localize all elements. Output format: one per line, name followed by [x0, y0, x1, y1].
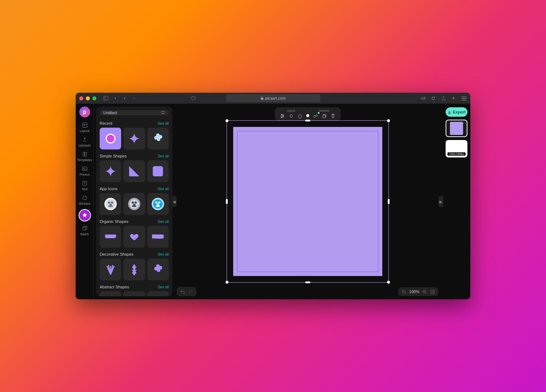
sliders-icon[interactable] [279, 113, 286, 119]
new-tab-icon[interactable]: + [451, 95, 457, 101]
artboard[interactable] [233, 127, 382, 276]
share-icon[interactable] [441, 95, 446, 101]
link-icon[interactable] [312, 113, 319, 119]
shape-tile[interactable] [147, 226, 169, 248]
zoom-in-icon[interactable] [422, 289, 427, 295]
url-bar[interactable]: picsart.com [226, 94, 320, 102]
section-title: Abstract Shapes [100, 285, 129, 289]
sync-icon[interactable] [161, 110, 165, 115]
fit-icon[interactable] [430, 289, 435, 295]
shape-tile[interactable] [147, 128, 169, 149]
shape-tile[interactable] [123, 259, 145, 280]
shape-tile[interactable] [100, 128, 121, 149]
resize-handle[interactable] [387, 119, 390, 122]
chevron-down-icon[interactable]: ▾ [112, 95, 118, 101]
shape-tile[interactable] [123, 291, 145, 296]
rail-shapes[interactable] [76, 208, 93, 223]
close-icon[interactable] [79, 96, 83, 100]
page-thumbnail[interactable]: ⋯ [446, 120, 467, 137]
undo-icon[interactable] [180, 289, 186, 295]
shape-tile[interactable] [123, 160, 145, 182]
context-toolbar: Adjust General [275, 107, 340, 121]
redo-icon[interactable] [188, 289, 194, 295]
zoom-out-icon[interactable] [401, 289, 407, 295]
shape-tile[interactable] [100, 160, 121, 182]
shape-tile[interactable] [147, 291, 169, 296]
see-all-link[interactable]: See all [158, 187, 169, 191]
sidebar-toggle-icon[interactable] [103, 95, 109, 101]
shield-icon[interactable] [190, 95, 196, 101]
shape-tile[interactable] [147, 160, 169, 182]
bottom-bar: 100% [172, 287, 443, 296]
shape-tile[interactable] [147, 193, 169, 215]
rail-uploads[interactable]: Uploads [76, 135, 93, 149]
svg-point-18 [111, 201, 113, 204]
more-icon[interactable]: ⋯ [462, 121, 466, 125]
see-all-link[interactable]: See all [158, 220, 169, 224]
svg-point-13 [106, 134, 115, 143]
svg-point-35 [281, 117, 282, 118]
batch-icon [81, 225, 88, 232]
rail-layout[interactable]: Layout [76, 120, 93, 134]
selected-shape[interactable] [238, 131, 378, 272]
rail-photos[interactable]: Photos [76, 164, 93, 178]
add-page-thumbnail[interactable]: 1080x1080px [446, 140, 467, 157]
resize-handle[interactable] [388, 199, 390, 204]
rail-batch[interactable]: Batch [76, 224, 93, 237]
shape-tile[interactable] [100, 259, 121, 280]
resize-handle[interactable] [226, 199, 228, 204]
see-all-link[interactable]: See all [158, 285, 169, 289]
document-title-input[interactable]: Untitled [100, 110, 169, 115]
tabs-icon[interactable] [461, 95, 467, 101]
see-all-link[interactable]: See all [158, 252, 169, 256]
maximize-icon[interactable] [92, 96, 96, 100]
upload-icon [81, 136, 88, 143]
resize-handle[interactable] [387, 281, 390, 284]
forward-icon[interactable]: › [131, 95, 137, 101]
shape-tile[interactable] [100, 291, 121, 296]
canvas-area[interactable]: ◂ ▸ Adjust General [172, 104, 443, 299]
rail-text[interactable]: Text [76, 179, 93, 192]
rail-templates[interactable]: Templates [76, 149, 93, 163]
resize-handle[interactable] [226, 119, 228, 122]
svg-rect-20 [108, 205, 113, 207]
section-appicons: App IconsSee all [100, 184, 169, 215]
browser-window: ▾ ‹ › picsart.com ᐊA + p [76, 93, 470, 299]
shape-tile[interactable] [100, 226, 121, 248]
svg-rect-26 [132, 205, 136, 207]
rail-stickers[interactable]: Stickers [76, 193, 93, 207]
resize-handle[interactable] [226, 281, 228, 284]
app-logo[interactable]: p [79, 107, 90, 117]
shape-tile[interactable] [123, 128, 145, 149]
section-title: Recent [100, 121, 112, 125]
url-text: picsart.com [265, 96, 286, 100]
opacity-icon[interactable] [296, 113, 303, 119]
window-controls[interactable] [79, 96, 96, 100]
svg-point-30 [158, 201, 160, 204]
shape-tile[interactable] [123, 193, 145, 215]
shape-tile[interactable] [147, 259, 169, 280]
duplicate-icon[interactable] [321, 113, 327, 119]
artboard-wrapper[interactable] [233, 127, 382, 276]
section-title: App Icons [100, 187, 117, 191]
section-organic: Organic ShapesSee all [100, 217, 169, 248]
shape-tile[interactable] [123, 226, 145, 248]
see-all-link[interactable]: See all [158, 154, 169, 158]
translate-icon[interactable]: ᐊA [420, 95, 426, 101]
back-icon[interactable]: ‹ [122, 95, 128, 101]
svg-rect-0 [104, 96, 108, 100]
section-simple: Simple ShapesSee all [100, 152, 169, 182]
layout-icon [81, 122, 88, 128]
collapse-left-icon[interactable]: ◂ [172, 196, 177, 207]
shape-tile[interactable] [100, 193, 121, 215]
rail-label: Batch [80, 232, 89, 236]
see-all-link[interactable]: See all [158, 121, 169, 125]
color-icon[interactable] [288, 113, 294, 119]
minimize-icon[interactable] [86, 96, 90, 100]
collapse-right-icon[interactable]: ▸ [438, 196, 443, 207]
resize-handle[interactable] [305, 281, 310, 283]
trash-icon[interactable] [330, 113, 336, 119]
export-button[interactable]: Export [446, 107, 467, 117]
document-title: Untitled [103, 111, 117, 115]
reload-icon[interactable] [430, 95, 436, 101]
